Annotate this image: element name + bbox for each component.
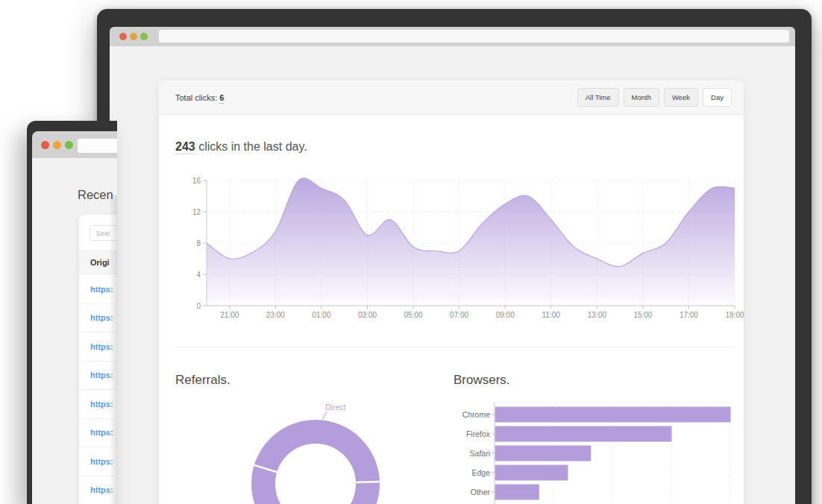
total-clicks-text: Total clicks: [175,93,217,102]
analytics-browser-window: Total clicks: 6 All Time Month Week Day … [97,9,812,504]
origin-link[interactable]: https: [90,428,113,437]
origin-link[interactable]: https: [90,457,113,466]
total-clicks-value: 6 [219,93,224,104]
svg-text:Firefox: Firefox [466,429,491,438]
origin-link[interactable]: https: [90,313,113,322]
section-divider [175,347,735,347]
range-buttons: All Time Month Week Day [577,88,732,107]
clicks-count: 243 [175,140,195,154]
svg-text:11:00: 11:00 [542,311,561,319]
range-button-day[interactable]: Day [703,88,732,107]
close-window-icon[interactable] [119,33,127,40]
svg-text:Safari: Safari [470,449,490,458]
links-table-rows: https: https: https: https: https: https… [79,275,117,504]
origin-link[interactable]: https: [90,371,113,379]
svg-text:01:00: 01:00 [312,311,330,319]
svg-text:07:00: 07:00 [450,311,468,319]
front-window-toolbar [110,27,795,46]
svg-text:12: 12 [192,208,201,216]
svg-text:Direct: Direct [325,403,346,412]
front-window-content: Total clicks: 6 All Time Month Week Day … [110,46,795,504]
clicks-area-chart: 048121621:0023:0001:0003:0005:0007:0009:… [169,173,747,326]
table-row: https: [79,447,117,476]
table-header-row: Origi [79,251,117,274]
table-row: https: [79,304,117,333]
svg-text:0: 0 [196,302,201,310]
table-row: https: [79,419,117,448]
range-button-all-time[interactable]: All Time [577,88,619,107]
svg-text:8: 8 [196,239,201,248]
origin-link[interactable]: https: [90,400,113,409]
stats-card-header: Total clicks: 6 All Time Month Week Day [159,81,744,115]
total-clicks-label: Total clicks: 6 [175,93,224,102]
links-table-card: Origi https: https: https: https: https:… [79,215,117,504]
range-button-month[interactable]: Month [624,88,659,107]
svg-text:13:00: 13:00 [588,311,606,319]
referrals-section-title: Referrals. [175,373,230,388]
zoom-window-icon[interactable] [140,33,148,40]
svg-text:Other: Other [471,488,491,497]
svg-text:Edge: Edge [471,468,490,477]
svg-text:15:00: 15:00 [633,311,652,319]
search-input[interactable] [90,225,117,241]
svg-text:03:00: 03:00 [358,311,377,319]
browsers-bar-chart: ChromeFirefoxSafariEdgeOther [442,399,744,504]
table-row: https: [79,362,117,391]
table-row: https: [79,390,117,419]
origin-link[interactable]: https: [90,342,113,351]
svg-text:17:00: 17:00 [680,311,698,319]
svg-text:05:00: 05:00 [404,311,422,319]
stats-card: Total clicks: 6 All Time Month Week Day … [159,81,744,504]
page: Total clicks: 6 All Time Month Week Day … [0,0,822,504]
table-row: https: [79,333,117,362]
svg-text:19:00: 19:00 [725,311,744,319]
back-url-bar[interactable] [78,139,117,153]
front-url-bar[interactable] [159,30,789,42]
origin-link[interactable]: https: [90,285,113,294]
back-window-content: Recen Origi https: https: https: https: … [32,158,117,504]
referrals-donut-chart: Direct [168,399,451,504]
svg-text:23:00: 23:00 [266,311,285,319]
table-row: https: [79,476,117,504]
svg-text:16: 16 [192,177,201,185]
minimize-window-icon[interactable] [53,141,61,149]
table-row: https: [79,275,117,304]
recent-links-heading: Recen [78,188,113,202]
origin-link[interactable]: https: [90,485,113,494]
browsers-section-title: Browsers. [454,373,510,388]
clicks-headline-text: clicks in the last day. [195,140,307,153]
svg-text:Chrome: Chrome [462,410,491,419]
close-window-icon[interactable] [41,141,49,149]
svg-text:09:00: 09:00 [496,311,515,319]
svg-text:21:00: 21:00 [220,311,239,319]
svg-text:4: 4 [196,271,201,279]
minimize-window-icon[interactable] [130,33,137,40]
zoom-window-icon[interactable] [65,141,73,149]
clicks-headline: 243 clicks in the last day. [175,140,307,154]
back-window-toolbar [32,131,117,158]
range-button-week[interactable]: Week [664,88,698,107]
links-browser-window: Recen Origi https: https: https: https: … [27,121,117,504]
origin-column-header: Origi [90,258,110,267]
